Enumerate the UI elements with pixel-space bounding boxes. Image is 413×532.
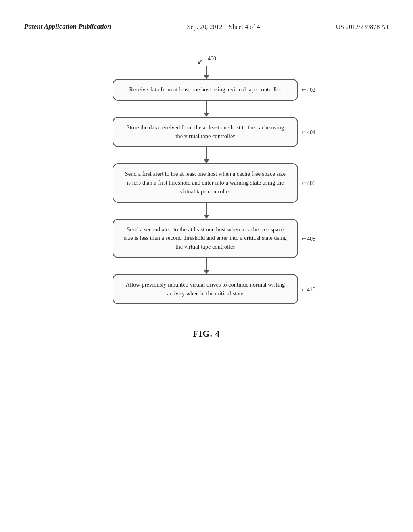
arrow-404-406 [204,147,209,163]
step-text-406: Send a first alert to the at least one h… [125,170,286,195]
arrow-408-410 [204,258,209,274]
publication-title: Patent Application Publication [24,22,111,31]
start-arrow [204,66,209,79]
arrow-head [204,270,209,274]
arrow-line [206,66,207,75]
step-number-404: 404 [302,128,315,136]
start-ref-number: 400 [208,56,216,62]
figure-label: FIG. 4 [193,328,220,339]
arrow-head [204,75,209,79]
step-box-408: Send a second alert to the at least one … [113,219,298,258]
step-number-410: 410 [302,285,315,293]
step-text-402: Receive data from at least one host usin… [129,86,281,93]
arrow-line [206,258,207,270]
arrow-line [206,147,207,159]
step-text-408: Send a second alert to the at least one … [124,226,287,250]
step-row-410: Allow previously mounted virtual drives … [98,274,315,305]
arrow-line [206,101,207,113]
patent-number: US 2012/239878 A1 [336,22,389,32]
step-row-406: Send a first alert to the at least one h… [98,163,315,202]
arrow-402-404 [204,101,209,117]
start-section: ↙ 400 [98,56,315,79]
arrow-head [204,113,209,117]
step-row-402: Receive data from at least one host usin… [98,79,315,101]
step-box-406: Send a first alert to the at least one h… [113,163,298,202]
arrow-head [204,215,209,219]
step-row-408: Send a second alert to the at least one … [98,219,315,258]
publication-date: Sep. 20, 2012 [187,23,223,30]
page-header: Patent Application Publication Sep. 20, … [0,0,413,40]
sheet-info: Sheet 4 of 4 [229,23,260,30]
flowchart: ↙ 400 Receive data from at least one hos… [81,56,332,304]
arrow-line [206,203,207,215]
step-box-404: Store the data received from the at leas… [113,117,298,148]
step-text-404: Store the data received from the at leas… [127,124,284,139]
step-row-404: Store the data received from the at leas… [98,117,315,148]
arrow-406-408 [204,203,209,219]
diagram-area: ↙ 400 Receive data from at least one hos… [0,40,413,363]
step-number-402: 402 [302,85,315,94]
start-ref: ↙ 400 [98,56,315,66]
step-number-408: 408 [302,234,315,243]
header-date-sheet: Sep. 20, 2012 Sheet 4 of 4 [187,22,260,32]
step-box-402: Receive data from at least one host usin… [113,79,298,101]
step-number-406: 406 [302,179,315,187]
step-text-410: Allow previously mounted virtual drives … [126,281,285,297]
patent-page: Patent Application Publication Sep. 20, … [0,0,413,532]
start-arrow-icon: ↙ [197,56,204,66]
arrow-head [204,159,209,163]
step-box-410: Allow previously mounted virtual drives … [113,274,298,305]
